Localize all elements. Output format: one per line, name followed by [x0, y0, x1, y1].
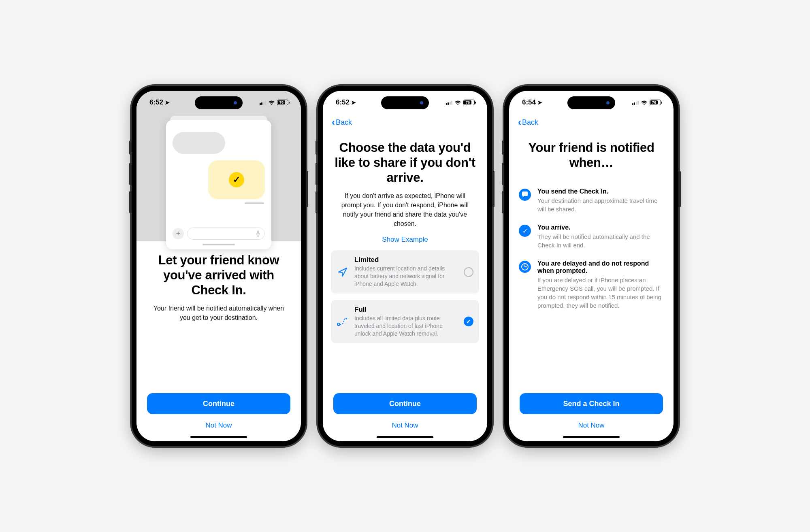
info-desc: They will be notified automatically and … [537, 232, 664, 249]
send-checkin-button[interactable]: Send a Check In [520, 393, 663, 414]
cellular-signal-icon [446, 100, 453, 105]
phone-2: 6:52 ➤ 76 ‹ Back Choose the data you'd l… [318, 86, 492, 446]
page-subtitle: If you don't arrive as expected, iPhone … [331, 191, 479, 229]
status-time: 6:52 [336, 98, 350, 106]
wifi-icon [454, 100, 461, 105]
option-desc: Includes current location and details ab… [354, 265, 458, 288]
page-title: Your friend is notified when… [517, 140, 665, 170]
location-arrow-icon: ➤ [537, 99, 542, 106]
info-title: You send the Check In. [537, 188, 664, 195]
info-desc: If you are delayed or if iPhone places a… [537, 276, 664, 310]
status-time: 6:54 [522, 98, 536, 106]
option-title: Limited [354, 256, 458, 264]
checkmark-icon: ✓ [229, 172, 244, 187]
option-title: Full [354, 306, 458, 314]
back-label: Back [522, 118, 538, 127]
location-arrow-icon: ➤ [351, 99, 356, 106]
page-title: Choose the data you'd like to share if y… [331, 140, 479, 185]
phone-1: 6:52 ➤ 76 ✓ [132, 86, 306, 446]
chevron-left-icon: ‹ [332, 117, 335, 128]
continue-button[interactable]: Continue [147, 393, 290, 414]
home-indicator[interactable] [190, 436, 247, 438]
message-bubble-grey [173, 132, 225, 154]
option-limited[interactable]: Limited Includes current location and de… [331, 250, 479, 294]
radio-unchecked-icon [464, 267, 473, 277]
location-arrow-icon [337, 266, 349, 278]
svg-rect-0 [257, 231, 259, 234]
svg-point-1 [337, 323, 340, 326]
checkmark-circle-icon: ✓ [519, 225, 531, 237]
wifi-icon [641, 100, 648, 105]
info-desc: Your destination and approximate travel … [537, 196, 664, 213]
chevron-left-icon: ‹ [518, 117, 521, 128]
clock-icon [519, 261, 531, 273]
info-title: You arrive. [537, 224, 664, 231]
message-bubble-icon [519, 189, 531, 201]
back-button[interactable]: ‹ Back [517, 114, 665, 128]
info-item-send: You send the Check In. Your destination … [517, 188, 665, 213]
phone-3: 6:54 ➤ 76 ‹ Back Your friend is notified… [504, 86, 678, 446]
dynamic-island [381, 96, 429, 109]
route-icon [337, 315, 349, 328]
not-now-link[interactable]: Not Now [145, 414, 293, 434]
svg-point-2 [345, 318, 347, 319]
not-now-link[interactable]: Not Now [331, 414, 479, 434]
option-desc: Includes all limited data plus route tra… [354, 315, 458, 338]
not-now-link[interactable]: Not Now [517, 414, 665, 434]
message-bubble-checkin: ✓ [208, 160, 265, 199]
info-title: You are delayed and do not respond when … [537, 260, 664, 275]
info-item-arrive: ✓ You arrive. They will be notified auto… [517, 224, 665, 249]
home-indicator[interactable] [563, 436, 620, 438]
radio-checked-icon: ✓ [464, 317, 473, 326]
page-subtitle: Your friend will be notified automatical… [145, 304, 293, 322]
mic-icon [256, 230, 260, 237]
dynamic-island [567, 96, 615, 109]
battery-icon: 76 [650, 100, 662, 105]
back-label: Back [336, 118, 352, 127]
cellular-signal-icon [632, 100, 639, 105]
plus-icon: + [173, 228, 184, 239]
dynamic-island [195, 96, 243, 109]
info-item-delayed: You are delayed and do not respond when … [517, 260, 665, 310]
continue-button[interactable]: Continue [333, 393, 477, 414]
option-full[interactable]: Full Includes all limited data plus rout… [331, 300, 479, 343]
home-indicator[interactable] [377, 436, 433, 438]
cellular-signal-icon [260, 100, 266, 105]
back-button[interactable]: ‹ Back [331, 114, 479, 128]
page-title: Let your friend know you've arrived with… [145, 253, 293, 298]
battery-icon: 76 [463, 100, 476, 105]
location-arrow-icon: ➤ [165, 99, 170, 106]
wifi-icon [268, 100, 275, 105]
status-time: 6:52 [149, 98, 163, 106]
message-input-mock [187, 228, 265, 240]
battery-icon: 76 [277, 100, 290, 105]
show-example-link[interactable]: Show Example [331, 236, 479, 244]
